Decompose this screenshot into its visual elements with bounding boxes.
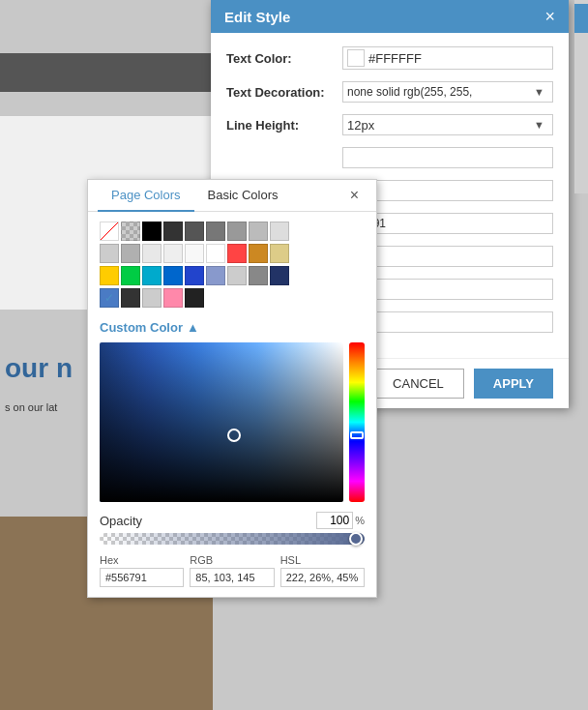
swatch-r3-2[interactable] — [121, 266, 140, 285]
hue-cursor — [350, 431, 364, 439]
line-height-label: Line Height: — [226, 118, 342, 133]
swatch-r2-6[interactable] — [206, 244, 225, 263]
swatch-row-3 — [100, 266, 365, 285]
swatch-light1[interactable] — [270, 222, 289, 241]
hsl-input[interactable] — [280, 568, 365, 587]
custom-color-section-header[interactable]: Custom Color ▲ — [88, 314, 376, 339]
swatch-r3-1[interactable] — [100, 266, 119, 285]
swatch-r3-3[interactable] — [142, 266, 162, 285]
hex-label: Hex — [100, 554, 184, 566]
color-picker-popup: Page Colors Basic Colors × — [87, 179, 377, 598]
swatch-r4-1-selected[interactable] — [100, 288, 119, 308]
picker-tabs: Page Colors Basic Colors × — [88, 180, 376, 212]
text-color-control[interactable]: #FFFFFF — [342, 46, 553, 70]
color-swatches-area — [88, 212, 376, 314]
tab-page-colors[interactable]: Page Colors — [98, 180, 194, 212]
color-values-row: Hex RGB HSL — [88, 548, 376, 597]
text-decoration-value: none solid rgb(255, 255, — [347, 85, 530, 99]
rgb-group: RGB — [190, 554, 274, 587]
swatch-row-2 — [100, 244, 365, 263]
swatch-r3-7[interactable] — [227, 266, 247, 285]
opacity-slider-thumb[interactable] — [349, 532, 363, 546]
swatch-r3-5[interactable] — [185, 266, 204, 285]
tab-basic-colors[interactable]: Basic Colors — [194, 180, 292, 212]
swatch-black[interactable] — [142, 222, 162, 241]
swatch-r2-8[interactable] — [249, 244, 268, 263]
swatch-r4-5[interactable] — [185, 288, 204, 308]
swatch-r3-4[interactable] — [163, 266, 183, 285]
swatch-r4-3[interactable] — [142, 288, 162, 308]
swatch-dark1[interactable] — [163, 222, 183, 241]
swatch-transparent[interactable] — [100, 222, 119, 241]
hex-group: Hex — [100, 554, 184, 587]
swatch-gray1[interactable] — [206, 222, 225, 241]
opacity-label-row: Opacity % — [100, 512, 365, 529]
hex-input[interactable] — [100, 568, 184, 587]
dialog-close-button[interactable]: × — [544, 8, 555, 25]
swatch-r2-2[interactable] — [121, 244, 140, 263]
text-decoration-label: Text Decoration: — [226, 85, 342, 100]
text-color-row: Text Color: #FFFFFF — [226, 46, 553, 70]
color-canvas-area — [100, 342, 365, 502]
swatch-row-4 — [100, 288, 365, 308]
line-height-row: Line Height: 12px ▼ — [226, 114, 553, 135]
custom-color-toggle-icon: ▲ — [187, 320, 199, 335]
text-decoration-row: Text Decoration: none solid rgb(255, 255… — [226, 81, 553, 103]
opacity-input[interactable] — [316, 512, 353, 529]
text-color-value: #FFFFFF — [368, 51, 548, 66]
hsl-group: HSL — [280, 554, 365, 587]
scrollbar-thumb — [574, 4, 588, 33]
dialog-header: Edit Style × — [211, 0, 569, 33]
opacity-section: Opacity % — [88, 506, 376, 548]
swatch-gray2[interactable] — [227, 222, 247, 241]
swatch-dark2[interactable] — [185, 222, 204, 241]
gradient-picker[interactable] — [100, 342, 343, 502]
opacity-label: Opacity — [100, 514, 142, 528]
apply-button[interactable]: APPLY — [474, 369, 553, 399]
swatch-gray3[interactable] — [249, 222, 268, 241]
swatch-r2-4[interactable] — [163, 244, 183, 263]
text-decoration-control[interactable]: none solid rgb(255, 255, ▼ — [342, 81, 553, 103]
swatch-r2-3[interactable] — [142, 244, 162, 263]
swatch-r2-7[interactable] — [227, 244, 247, 263]
rgb-input[interactable] — [190, 568, 274, 587]
swatch-r3-6[interactable] — [206, 266, 225, 285]
swatch-gray-check[interactable] — [121, 222, 140, 241]
text-decoration-dropdown[interactable]: ▼ — [530, 84, 548, 100]
hue-slider[interactable] — [349, 342, 365, 502]
rgb-label: RGB — [190, 554, 274, 566]
line-height-value: 12px — [347, 118, 530, 133]
opacity-slider-fill — [100, 533, 365, 545]
swatch-r2-1[interactable] — [100, 244, 119, 263]
swatch-row-1 — [100, 222, 365, 241]
picker-close-button[interactable]: × — [342, 180, 367, 211]
line-height-dropdown[interactable]: ▼ — [530, 117, 548, 133]
line-height-control[interactable]: 12px ▼ — [342, 114, 553, 135]
dialog-title: Edit Style — [224, 9, 290, 25]
text-color-swatch — [347, 49, 365, 67]
swatch-r3-9[interactable] — [270, 266, 289, 285]
opacity-value-box: % — [316, 512, 365, 529]
bg-dark-bar — [0, 53, 213, 92]
hsl-label: HSL — [280, 554, 365, 566]
opacity-slider-track[interactable] — [100, 533, 365, 545]
opacity-percent-label: % — [355, 515, 365, 526]
swatch-r4-2[interactable] — [121, 288, 140, 308]
swatch-r2-9[interactable] — [270, 244, 289, 263]
swatch-r4-4[interactable] — [163, 288, 183, 308]
swatch-r3-8[interactable] — [249, 266, 268, 285]
custom-color-label: Custom Color — [100, 320, 183, 335]
extra-row-1 — [226, 147, 553, 168]
cancel-button[interactable]: CANCEL — [372, 369, 464, 399]
swatch-r2-5[interactable] — [185, 244, 204, 263]
text-color-label: Text Color: — [226, 51, 342, 66]
dialog-scrollbar[interactable] — [574, 0, 588, 193]
extra-control-1 — [342, 147, 553, 168]
